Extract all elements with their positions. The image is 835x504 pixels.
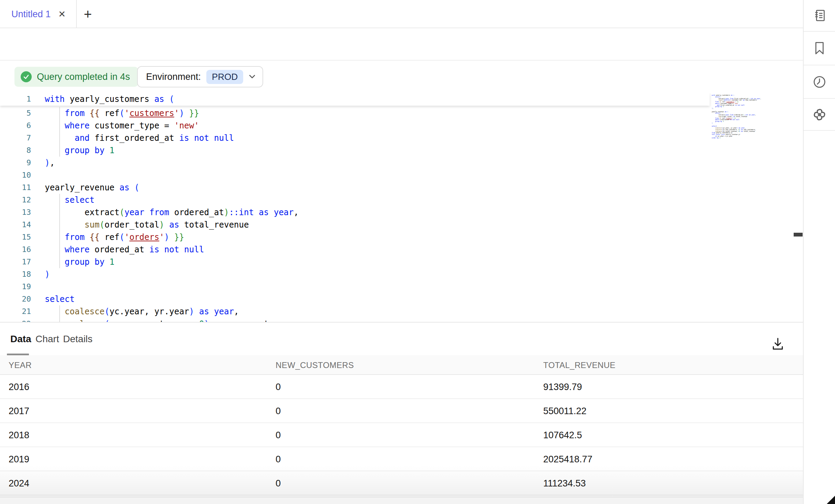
table-row: 20170550011.22 [0, 399, 803, 423]
table-cell: 2019 [9, 447, 29, 471]
lineage-icon [812, 107, 827, 123]
table-row: 2016091399.79 [0, 375, 803, 399]
code-line: 17 group by 1 [0, 256, 710, 268]
results-panel: DataChartDetails YEARNEW_CUSTOMERSTOTAL_… [0, 322, 803, 504]
table-cell: 2016 [9, 375, 29, 399]
notebook-icon [812, 8, 827, 23]
table-cell: 91399.79 [543, 375, 582, 399]
minimap-line: order by 1 [712, 137, 796, 139]
table-cell: 2025418.77 [543, 447, 592, 471]
environment-value-chip: PROD [206, 70, 243, 84]
table-cell: 2017 [9, 399, 29, 423]
sidebar-notebook-button[interactable] [804, 0, 835, 32]
table-cell: 0 [276, 375, 281, 399]
table-cell: 107642.5 [543, 423, 582, 447]
query-status-badge: Query completed in 4s [14, 67, 138, 87]
code-line: 18) [0, 268, 710, 281]
results-tab-data[interactable]: Data [10, 323, 31, 355]
table-cell: 0 [276, 399, 281, 423]
column-header-new_customers: NEW_CUSTOMERS [276, 355, 354, 375]
check-circle-icon [21, 71, 32, 82]
table-header-row: YEARNEW_CUSTOMERSTOTAL_REVENUE [0, 355, 803, 375]
code-line: 10 [0, 169, 710, 181]
toolbar: Develop Run [0, 28, 803, 61]
scrollbar-handle[interactable] [794, 233, 803, 237]
table-cell: 0 [276, 447, 281, 471]
sidebar-bookmark-button[interactable] [804, 32, 835, 65]
tab-title: Untitled 1 [11, 9, 51, 20]
table-body: 2016091399.7920170550011.2220180107642.5… [0, 375, 803, 495]
column-header-year: YEAR [9, 355, 32, 375]
code-line: 13 extract(year from ordered_at)::int as… [0, 206, 710, 219]
new-tab-button[interactable]: + [80, 0, 96, 28]
download-icon [771, 336, 785, 351]
code-line: 14 sum(order_total) as total_revenue [0, 219, 710, 231]
close-icon[interactable]: ✕ [58, 10, 66, 19]
chevron-down-icon [249, 74, 256, 79]
table-cell: 0 [276, 423, 281, 447]
sql-code-editor[interactable]: 5 from {{ ref('customers') }}6 where cus… [0, 93, 803, 322]
code-line: 15 from {{ ref('orders') }} [0, 231, 710, 243]
download-button[interactable] [771, 336, 785, 351]
code-line: 5 from {{ ref('customers') }} [0, 107, 710, 119]
table-row: 20240111234.53 [0, 471, 803, 495]
table-row: 201902025418.77 [0, 447, 803, 471]
results-tab-details[interactable]: Details [63, 323, 93, 355]
code-line: 7 and first_ordered_at is not null [0, 132, 710, 144]
plus-icon: + [84, 7, 92, 22]
right-sidebar [803, 0, 835, 504]
sticky-scroll-line: 1with yearly_customers as ( [0, 93, 710, 106]
code-line: 21 coalesce(yc.year, yr.year) as year, [0, 305, 710, 318]
table-row: 20180107642.5 [0, 423, 803, 447]
main-area: Untitled 1 ✕ + Develop [0, 0, 803, 504]
code-line: 20select [0, 293, 710, 305]
results-tab-chart[interactable]: Chart [35, 323, 59, 355]
editor-minimap[interactable]: with yearly_customers as ( select extrac… [712, 95, 796, 143]
column-header-total_revenue: TOTAL_REVENUE [543, 355, 616, 375]
table-cell: 0 [276, 471, 281, 495]
sidebar-history-button[interactable] [804, 65, 835, 99]
tab-untitled-1[interactable]: Untitled 1 ✕ [11, 0, 66, 28]
environment-selector[interactable]: Environment: PROD [137, 66, 263, 87]
tab-separator [76, 0, 77, 28]
code-line: 8 group by 1 [0, 144, 710, 157]
code-line: 19 [0, 281, 710, 293]
sidebar-lineage-button[interactable] [804, 99, 835, 131]
history-clock-icon [812, 75, 827, 89]
app-window: Untitled 1 ✕ + Develop [0, 0, 835, 504]
editor-tab-bar: Untitled 1 ✕ + [0, 0, 803, 28]
code-line: 1with yearly_customers as ( [0, 93, 710, 105]
status-row: Query completed in 4s Environment: PROD [0, 61, 803, 93]
table-cell: 550011.22 [543, 399, 587, 423]
table-cell: 111234.53 [543, 471, 586, 495]
code-line: 22 coalesce(yc.new_customers, 0) as new_… [0, 318, 710, 322]
results-tab-bar: DataChartDetails [0, 323, 803, 355]
code-line: 11yearly_revenue as ( [0, 181, 710, 194]
code-line: 6 where customer_type = 'new' [0, 119, 710, 132]
bookmark-icon [813, 41, 826, 55]
code-line: 16 where ordered_at is not null [0, 243, 710, 256]
resize-corner-handle[interactable] [827, 496, 835, 504]
code-line: 12 select [0, 194, 710, 206]
table-cell: 2018 [9, 423, 29, 447]
table-cell: 2024 [9, 471, 29, 495]
code-line: 9), [0, 157, 710, 169]
query-status-text: Query completed in 4s [37, 72, 130, 82]
environment-label: Environment: [146, 72, 201, 82]
table-bottom-band [0, 497, 803, 504]
